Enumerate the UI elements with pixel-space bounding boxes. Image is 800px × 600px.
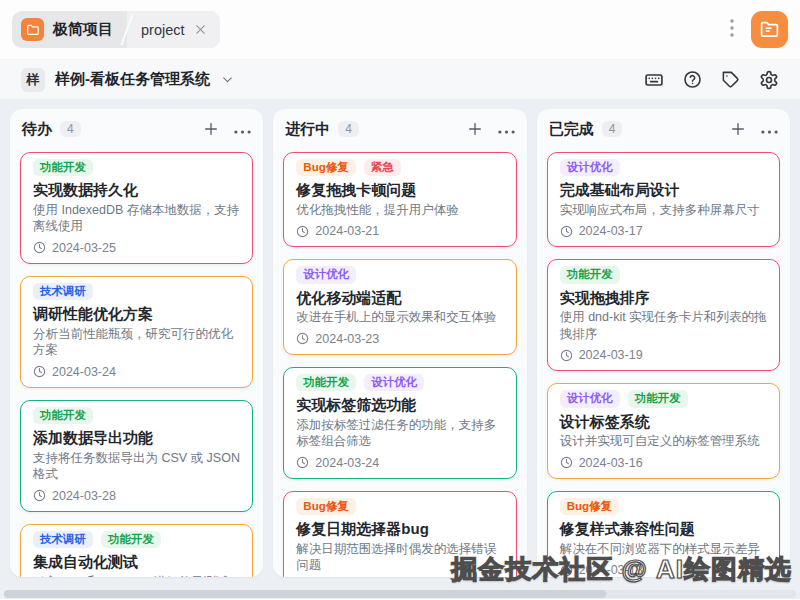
card-list: 设计优化 完成基础布局设计 实现响应式布局，支持多种屏幕尺寸 2024-03-1… (547, 152, 780, 577)
card-description: 改进在手机上的显示效果和交互体验 (296, 309, 503, 326)
project-tab-label: 极简项目 (53, 20, 113, 39)
task-card[interactable]: Bug修复紧急 修复拖拽卡顿问题 优化拖拽性能，提升用户体验 2024-03-2… (283, 152, 516, 247)
card-tag: 功能开发 (33, 159, 93, 176)
clock-icon (296, 456, 309, 469)
card-tags: 技术调研 (33, 283, 240, 300)
add-card-button[interactable] (730, 121, 746, 137)
task-card[interactable]: Bug修复 修复日期选择器bug 解决日期范围选择时偶发的选择错误问题 2024… (283, 491, 516, 577)
card-tag: 功能开发 (33, 407, 93, 424)
card-due-date: 2024-03-24 (33, 363, 240, 381)
card-tag: 技术调研 (33, 283, 93, 300)
card-tag: 紧急 (364, 159, 401, 176)
task-card[interactable]: 功能开发 实现拖拽排序 使用 dnd-kit 实现任务卡片和列表的拖拽排序 20… (547, 259, 780, 371)
add-card-button[interactable] (203, 121, 219, 137)
folder-icon (21, 18, 44, 41)
column-count-badge: 4 (602, 121, 623, 137)
clock-icon (560, 564, 573, 577)
card-date-text: 2024-03-19 (579, 348, 643, 362)
app-folder-button[interactable] (751, 11, 788, 48)
page-title: 样例-看板任务管理系统 (55, 70, 210, 89)
board: 待办 4 功能开发 实现数据持久化 使用 IndexedDB 存储本地数据，支持… (0, 100, 800, 599)
task-card[interactable]: 技术调研功能开发 集成自动化测试 引入 Jest 和 Cypress 进行单元测… (20, 524, 253, 577)
task-card[interactable]: 功能开发设计优化 实现标签筛选功能 添加按标签过滤任务的功能，支持多标签组合筛选… (283, 367, 516, 479)
clock-icon (560, 225, 573, 238)
card-tags: 技术调研功能开发 (33, 531, 240, 548)
card-tags: 功能开发设计优化 (296, 374, 503, 391)
card-title: 完成基础布局设计 (560, 181, 767, 200)
card-date-text: 2024-03-24 (315, 456, 379, 470)
ellipsis-icon (761, 130, 778, 134)
card-date-text: 2024-03-21 (315, 224, 379, 238)
card-tag: Bug修复 (296, 159, 355, 176)
add-card-button[interactable] (467, 121, 483, 137)
card-date-text: 2024-03-28 (52, 489, 116, 503)
column-menu-button[interactable] (234, 120, 251, 138)
folder-open-icon (759, 19, 780, 40)
card-description: 添加按标签过滤任务的功能，支持多标签组合筛选 (296, 417, 503, 450)
card-description: 支持将任务数据导出为 CSV 或 JSON 格式 (33, 450, 240, 483)
document-tab[interactable]: project (127, 11, 220, 48)
card-date-text: 2024-03-18 (579, 563, 643, 577)
column-menu-button[interactable] (498, 120, 515, 138)
task-card[interactable]: 功能开发 实现数据持久化 使用 IndexedDB 存储本地数据，支持离线使用 … (20, 152, 253, 264)
card-tags: 功能开发 (33, 159, 240, 176)
plus-icon (467, 121, 483, 137)
card-due-date: 2024-03-16 (560, 454, 767, 472)
column-header: 进行中 4 (283, 116, 516, 140)
column: 已完成 4 设计优化 完成基础布局设计 实现响应式布局，支持多种屏幕尺寸 202… (537, 109, 790, 577)
kebab-menu-button[interactable] (726, 15, 738, 45)
card-title: 优化移动端适配 (296, 289, 503, 308)
close-icon[interactable] (194, 23, 207, 36)
help-icon (683, 70, 702, 89)
clock-icon (296, 225, 309, 238)
ellipsis-icon (234, 130, 251, 134)
card-tags: Bug修复 (560, 498, 767, 515)
column-title: 已完成 (549, 120, 594, 139)
tab-strip: 极简项目 project (0, 0, 800, 60)
task-card[interactable]: 设计优化 完成基础布局设计 实现响应式布局，支持多种屏幕尺寸 2024-03-1… (547, 152, 780, 247)
keyboard-icon (644, 70, 664, 90)
task-card[interactable]: 设计优化功能开发 设计标签系统 设计并实现可自定义的标签管理系统 2024-03… (547, 383, 780, 478)
toolbar: 样 样例-看板任务管理系统 (0, 60, 800, 100)
card-due-date: 2024-03-23 (296, 330, 503, 348)
project-tab[interactable]: 极简项目 (12, 11, 127, 48)
task-card[interactable]: 技术调研 调研性能优化方案 分析当前性能瓶颈，研究可行的优化方案 2024-03… (20, 276, 253, 388)
chevron-down-icon[interactable] (221, 73, 234, 86)
card-date-text: 2024-03-16 (579, 456, 643, 470)
card-tag: 设计优化 (560, 390, 620, 407)
task-card[interactable]: 功能开发 添加数据导出功能 支持将任务数据导出为 CSV 或 JSON 格式 2… (20, 400, 253, 512)
keyboard-shortcuts-button[interactable] (644, 70, 664, 90)
card-tag: 功能开发 (628, 390, 688, 407)
clock-icon (33, 241, 46, 254)
column-count-badge: 4 (338, 121, 359, 137)
settings-button[interactable] (759, 70, 779, 90)
card-tags: 设计优化功能开发 (560, 390, 767, 407)
card-title: 集成自动化测试 (33, 553, 240, 572)
task-card[interactable]: 设计优化 优化移动端适配 改进在手机上的显示效果和交互体验 2024-03-23 (283, 259, 516, 354)
horizontal-scrollbar[interactable] (4, 590, 796, 598)
card-due-date: 2024-03-18 (560, 561, 767, 577)
card-title: 调研性能优化方案 (33, 305, 240, 324)
card-list: Bug修复紧急 修复拖拽卡顿问题 优化拖拽性能，提升用户体验 2024-03-2… (283, 152, 516, 577)
card-date-text: 2024-03-25 (52, 241, 116, 255)
card-description: 解决日期范围选择时偶发的选择错误问题 (296, 541, 503, 574)
card-tag: 设计优化 (560, 159, 620, 176)
card-description: 解决在不同浏览器下的样式显示差异 (560, 541, 767, 558)
column: 进行中 4 Bug修复紧急 修复拖拽卡顿问题 优化拖拽性能，提升用户体验 202… (273, 109, 526, 577)
scrollbar-thumb[interactable] (4, 590, 606, 598)
column-menu-button[interactable] (761, 120, 778, 138)
ellipsis-icon (498, 130, 515, 134)
card-description: 引入 Jest 和 Cypress 进行单元测试和 E2E 测试 (33, 574, 240, 577)
card-due-date: 2024-03-19 (560, 346, 767, 364)
labels-button[interactable] (721, 70, 740, 89)
card-tag: Bug修复 (296, 498, 355, 515)
settings-icon (759, 70, 779, 90)
clock-icon (560, 349, 573, 362)
workspace-avatar: 样 (21, 68, 45, 92)
column-count-badge: 4 (60, 121, 81, 137)
column: 待办 4 功能开发 实现数据持久化 使用 IndexedDB 存储本地数据，支持… (10, 109, 263, 577)
task-card[interactable]: Bug修复 修复样式兼容性问题 解决在不同浏览器下的样式显示差异 2024-03… (547, 491, 780, 577)
card-due-date: 2024-03-28 (33, 487, 240, 505)
card-tags: Bug修复 (296, 498, 503, 515)
help-button[interactable] (683, 70, 702, 89)
